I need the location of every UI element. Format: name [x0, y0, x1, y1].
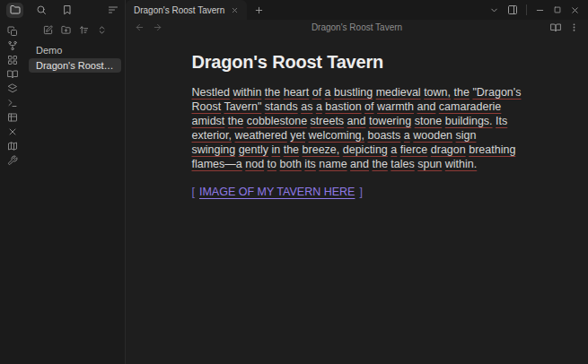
tab-label: Dragon's Roost Tavern: [134, 5, 224, 15]
layout-sidebar-right-icon[interactable]: [507, 4, 518, 15]
tabbar-actions: [481, 0, 588, 20]
x-icon[interactable]: [5, 126, 20, 136]
misspelled-word: the: [265, 86, 280, 99]
misspelled-word: "Dragon's: [472, 86, 521, 99]
git-fork-icon[interactable]: [5, 40, 20, 50]
new-tab-button[interactable]: [247, 0, 271, 20]
misspelled-word: name: [319, 158, 347, 170]
misspelled-word: spun: [417, 158, 442, 170]
misspelled-word: exterior,: [192, 129, 232, 142]
tavern-image-link[interactable]: IMAGE OF MY TAVERN HERE: [199, 186, 355, 198]
history-nav: [135, 22, 162, 32]
tab-dragons-roost-tavern[interactable]: Dragon's Roost Tavern: [126, 0, 247, 20]
misspelled-word: swinging: [192, 143, 236, 156]
breadcrumb: Dragon's Roost Tavern: [126, 22, 588, 32]
misspelled-word: boasts: [368, 129, 401, 142]
map-icon[interactable]: [5, 141, 20, 151]
new-folder-icon[interactable]: [61, 25, 71, 35]
file-explorer-toolbar: [25, 23, 125, 37]
blocks-icon[interactable]: [5, 55, 20, 65]
book-open-icon[interactable]: [5, 69, 20, 79]
misspelled-word: its: [304, 158, 316, 170]
file-explorer: Demo Dragon's Roost Tavern: [25, 20, 125, 364]
tab-close-icon[interactable]: [231, 6, 239, 14]
misspelled-word: bastion: [325, 100, 361, 113]
misspelled-word: Roost: [192, 100, 222, 113]
misspelled-word: and: [350, 158, 369, 170]
misspelled-word: towering: [369, 115, 411, 127]
files-view-tab[interactable]: [6, 3, 23, 18]
bookmark-icon: [62, 4, 73, 15]
bookmarks-view-tab[interactable]: [58, 3, 75, 18]
misspelled-word: both: [280, 158, 302, 170]
misspelled-word: cobblestone: [247, 115, 307, 127]
note-paragraph[interactable]: Nestled within the heart of a bustling m…: [192, 85, 522, 171]
reading-mode-icon[interactable]: [550, 22, 561, 33]
misspelled-word: Tavern": [224, 100, 261, 113]
open-bracket: [: [192, 186, 195, 198]
misspelled-word: within: [233, 86, 261, 99]
misspelled-word: Nestled: [192, 86, 230, 99]
close-button[interactable]: [570, 5, 580, 15]
copy-icon[interactable]: [5, 26, 20, 36]
misspelled-word: medieval: [376, 86, 421, 99]
more-options-icon[interactable]: [569, 22, 579, 32]
misspelled-word: of: [364, 100, 373, 113]
misspelled-word: stone: [415, 115, 443, 127]
folder-icon: [10, 4, 21, 15]
collapse-all-icon[interactable]: [97, 25, 107, 35]
forward-arrow-icon[interactable]: [153, 22, 162, 32]
wrench-icon[interactable]: [5, 155, 20, 165]
note-content: Dragon's Roost Tavern Nestled within the…: [192, 52, 522, 198]
note-title[interactable]: Dragon's Roost Tavern: [192, 52, 522, 73]
misspelled-word: nod: [245, 158, 264, 170]
misspelled-word: and: [417, 100, 436, 113]
misspelled-word: bustling: [334, 86, 373, 99]
misspelled-word: Its: [496, 115, 507, 127]
misspelled-word: depicting: [343, 143, 388, 156]
table-icon[interactable]: [5, 112, 20, 122]
misspelled-word: a: [316, 100, 322, 113]
file-list: Demo Dragon's Roost Tavern: [25, 43, 125, 73]
misspelled-word: warmth: [377, 100, 414, 113]
misspelled-word: as: [301, 100, 312, 113]
file-item-demo[interactable]: Demo: [29, 43, 121, 57]
misspelled-word: fierce: [400, 143, 428, 156]
note-header: Dragon's Roost Tavern: [126, 20, 588, 35]
left-panel: Demo Dragon's Roost Tavern: [0, 0, 126, 364]
ribbon: [0, 20, 25, 364]
separator: [526, 4, 527, 15]
misspelled-word: dragon: [431, 143, 466, 156]
main-panel: Dragon's Roost Tavern Dragon's Roost Tav…: [126, 0, 588, 364]
misspelled-word: wooden: [413, 129, 452, 142]
note-header-actions: [550, 22, 579, 33]
collapse-list-icon[interactable]: [108, 4, 118, 15]
editor-pane[interactable]: Dragon's Roost Tavern Nestled within the…: [126, 35, 588, 364]
maximize-button[interactable]: [553, 5, 562, 14]
image-placeholder-line: [ IMAGE OF MY TAVERN HERE ]: [192, 186, 522, 198]
misspelled-word: in: [271, 143, 280, 156]
file-item-dragons-roost-tavern[interactable]: Dragon's Roost Tavern: [29, 58, 121, 73]
misspelled-word: amidst: [192, 115, 225, 127]
back-arrow-icon[interactable]: [135, 22, 145, 32]
misspelled-word: and: [347, 115, 366, 127]
misspelled-word: tales: [391, 158, 414, 170]
search-icon: [36, 4, 47, 15]
terminal-icon[interactable]: [5, 98, 20, 108]
misspelled-word: a: [325, 86, 331, 99]
new-note-icon[interactable]: [43, 25, 53, 35]
misspelled-word: streets: [311, 115, 345, 127]
misspelled-word: weathered: [234, 129, 286, 142]
chevron-down-icon[interactable]: [489, 5, 499, 15]
minimize-button[interactable]: [535, 5, 545, 15]
search-view-tab[interactable]: [32, 3, 49, 18]
misspelled-word: breeze,: [303, 143, 340, 156]
sort-order-icon[interactable]: [79, 25, 89, 35]
misspelled-word: a: [404, 129, 410, 142]
misspelled-word: breathing: [469, 143, 515, 156]
layers-icon[interactable]: [5, 83, 20, 93]
misspelled-word: town,: [424, 86, 451, 99]
misspelled-word: heart: [284, 86, 310, 99]
misspelled-word: yet: [290, 129, 305, 142]
misspelled-word: within.: [445, 158, 477, 170]
